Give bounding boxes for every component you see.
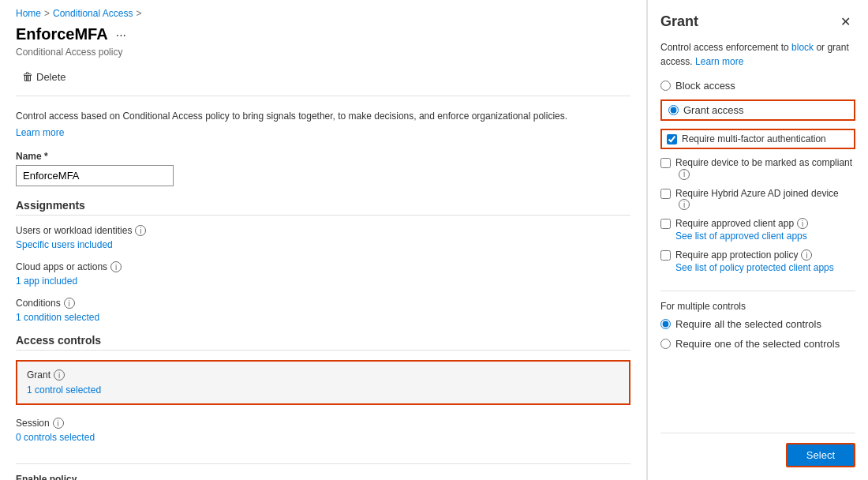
grant-selected-text: 1 control selected: [27, 384, 101, 396]
breadcrumb-sep1: >: [44, 8, 50, 19]
users-link[interactable]: Specific users included: [16, 239, 630, 250]
grant-learn-more[interactable]: Learn more: [695, 56, 743, 67]
breadcrumb-sep2: >: [136, 8, 141, 19]
select-button[interactable]: Select: [786, 443, 855, 467]
delete-icon: 🗑: [22, 70, 33, 83]
users-label: Users or workload identities: [16, 225, 132, 236]
assignments-section: Assignments Users or workload identities…: [16, 199, 630, 323]
main-panel: Home > Conditional Access > EnforceMFA ·…: [0, 0, 647, 480]
grant-access-label: Grant access: [683, 104, 744, 116]
page-title: EnforceMFA: [16, 25, 108, 43]
users-info-icon[interactable]: i: [135, 225, 146, 236]
protection-policy-checkbox[interactable]: [660, 250, 671, 261]
session-label: Session: [16, 418, 50, 429]
cloud-apps-label: Cloud apps or actions: [16, 261, 107, 272]
session-link[interactable]: 0 controls selected: [16, 432, 630, 443]
approved-link[interactable]: See list of approved client apps: [675, 231, 808, 242]
mfa-label: Require multi-factor authentication: [682, 133, 826, 144]
device-info-icon[interactable]: i: [679, 169, 690, 180]
cloud-apps-link[interactable]: 1 app included: [16, 276, 630, 287]
name-field-section: Name *: [16, 151, 630, 186]
toolbar: 🗑 Delete: [16, 67, 630, 96]
delete-button[interactable]: 🗑 Delete: [16, 67, 73, 86]
session-box: Session i 0 controls selected: [16, 411, 630, 451]
description-learn-more[interactable]: Learn more: [16, 127, 64, 138]
protection-policy-label: Require app protection policy: [675, 249, 798, 261]
grant-description: Control access enforcement to block or g…: [660, 40, 855, 69]
block-link[interactable]: block: [791, 42, 814, 53]
approved-app-option: Require approved client app i See list o…: [660, 218, 855, 242]
approved-info-icon[interactable]: i: [797, 218, 808, 229]
access-controls-header: Access controls: [16, 334, 630, 351]
protection-info-icon[interactable]: i: [801, 249, 812, 261]
require-one-label: Require one of the selected controls: [675, 338, 840, 350]
grant-panel-header: Grant ✕: [660, 13, 855, 31]
block-access-label: Block access: [675, 80, 735, 92]
mfa-checkbox[interactable]: [667, 134, 677, 144]
hybrid-info-icon[interactable]: i: [679, 199, 690, 210]
cloud-apps-info-icon[interactable]: i: [110, 261, 122, 272]
require-one-radio[interactable]: [660, 339, 671, 349]
breadcrumb-home[interactable]: Home: [16, 8, 41, 19]
mfa-box[interactable]: Require multi-factor authentication: [660, 129, 855, 149]
description-text: Control access based on Conditional Acce…: [16, 109, 630, 123]
breadcrumb: Home > Conditional Access >: [16, 8, 630, 19]
conditions-link[interactable]: 1 condition selected: [16, 312, 630, 323]
grant-box-label: Grant: [27, 369, 51, 381]
block-access-radio[interactable]: [660, 81, 671, 91]
approved-app-label: Require approved client app: [675, 218, 794, 229]
grant-access-box[interactable]: Grant access: [660, 99, 855, 121]
close-button[interactable]: ✕: [836, 13, 855, 31]
approved-app-checkbox[interactable]: [660, 219, 671, 229]
protection-link[interactable]: See list of policy protected client apps: [675, 262, 834, 273]
enable-policy-label: Enable policy: [16, 474, 630, 480]
users-subsection: Users or workload identities i Specific …: [16, 225, 630, 250]
require-all-radio[interactable]: [660, 319, 671, 329]
divider: [660, 291, 855, 291]
hybrid-ad-label: Require Hybrid Azure AD joined device: [675, 188, 839, 199]
conditions-label: Conditions: [16, 298, 61, 309]
assignments-header: Assignments: [16, 199, 630, 216]
device-compliant-label: Require device to be marked as compliant: [675, 157, 852, 168]
grant-panel: Grant ✕ Control access enforcement to bl…: [647, 0, 868, 480]
require-all-option: Require all the selected controls: [660, 318, 855, 330]
block-access-option: Block access: [660, 80, 855, 92]
panel-footer: Select: [660, 433, 855, 467]
description-section: Control access based on Conditional Acce…: [16, 109, 630, 138]
device-compliant-option: Require device to be marked as compliant…: [660, 157, 855, 180]
grant-box[interactable]: Grant i 1 control selected: [16, 360, 630, 405]
access-controls-section: Access controls Grant i 1 control select…: [16, 334, 630, 451]
hybrid-ad-option: Require Hybrid Azure AD joined device i: [660, 188, 855, 211]
more-options-icon[interactable]: ···: [116, 28, 126, 43]
protection-policy-option: Require app protection policy i See list…: [660, 249, 855, 273]
grant-panel-title: Grant: [660, 13, 698, 30]
hybrid-ad-checkbox[interactable]: [660, 189, 671, 199]
session-info-icon[interactable]: i: [53, 418, 64, 429]
cloud-apps-subsection: Cloud apps or actions i 1 app included: [16, 261, 630, 287]
name-label: Name *: [16, 151, 630, 162]
enable-policy-section: Enable policy Report-only On Off Save: [16, 463, 630, 480]
name-input[interactable]: [16, 165, 174, 186]
device-compliant-checkbox[interactable]: [660, 158, 671, 168]
grant-desc-text1: Control access enforcement to: [660, 42, 791, 53]
require-all-label: Require all the selected controls: [675, 318, 821, 330]
multiple-controls-label: For multiple controls: [660, 301, 855, 312]
require-one-option: Require one of the selected controls: [660, 338, 855, 350]
grant-info-icon[interactable]: i: [54, 369, 65, 381]
grant-access-radio[interactable]: [668, 105, 679, 115]
page-subtitle: Conditional Access policy: [16, 47, 630, 58]
conditions-info-icon[interactable]: i: [64, 298, 75, 309]
breadcrumb-conditional-access[interactable]: Conditional Access: [53, 8, 133, 19]
conditions-subsection: Conditions i 1 condition selected: [16, 298, 630, 323]
